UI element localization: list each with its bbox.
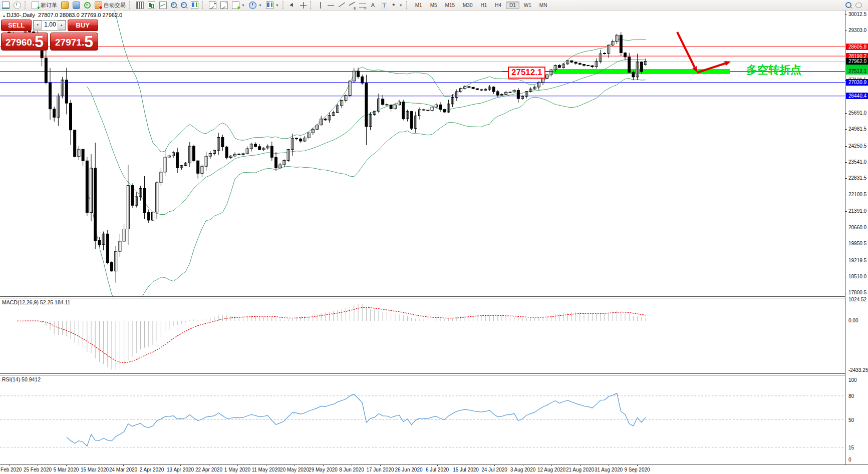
- crosshair-button[interactable]: [298, 1, 309, 10]
- vertical-line-button[interactable]: [315, 1, 326, 10]
- collapse-arrow-icon[interactable]: ▴: [3, 14, 5, 18]
- buy-button[interactable]: BUY: [68, 20, 98, 31]
- axis-tick: [845, 129, 847, 130]
- vertical-line-icon: [317, 2, 324, 9]
- search-icon: [845, 2, 851, 8]
- text-label-button[interactable]: [378, 1, 389, 10]
- timeframe-button-MN[interactable]: MN: [536, 2, 551, 9]
- date-tick: [38, 464, 38, 466]
- periods-button[interactable]: ▼: [247, 1, 264, 10]
- tile-windows-button[interactable]: [189, 1, 200, 10]
- fibonacci-button[interactable]: [357, 1, 368, 10]
- date-label: 15 Jul 2020: [453, 467, 479, 472]
- date-tick: [494, 464, 495, 466]
- price-tick-label: 20660.0: [848, 225, 866, 230]
- date-label: 2 Apr 2020: [140, 467, 164, 472]
- text-button[interactable]: [368, 1, 378, 10]
- date-axis-border: [0, 464, 868, 465]
- channel-button[interactable]: [347, 1, 357, 10]
- new-order-button[interactable]: 新订单: [30, 1, 59, 10]
- trendline-button[interactable]: [336, 1, 347, 10]
- date-tick: [466, 464, 466, 466]
- indicators-icon: [232, 2, 239, 9]
- indicators-button[interactable]: ▼: [230, 1, 247, 10]
- line-chart-button[interactable]: [157, 1, 169, 10]
- toolbar-separator: [310, 1, 314, 9]
- sell-price-tile[interactable]: 27960.5: [1, 33, 48, 51]
- fibonacci-icon: [359, 2, 366, 9]
- arrows-button[interactable]: ▼: [389, 1, 405, 10]
- date-tick: [409, 464, 409, 466]
- date-label: 6 Jul 2020: [426, 467, 449, 472]
- auto-scroll-button[interactable]: [207, 1, 218, 10]
- arrows-icon: [391, 2, 397, 9]
- axis-tick: [845, 178, 847, 179]
- zoom-out-icon: −: [181, 2, 187, 8]
- date-label: 3 Aug 2020: [510, 467, 536, 472]
- price-tick-label: 24981.5: [848, 126, 866, 132]
- timeframe-button-H4[interactable]: H4: [491, 2, 505, 9]
- timeframe-button-M5[interactable]: M5: [427, 2, 441, 9]
- axis-tick: [845, 211, 847, 212]
- volume-increase-button[interactable]: ▲: [58, 21, 66, 30]
- date-label: 11 May 2020: [251, 467, 280, 472]
- date-label: 1 May 2020: [224, 467, 250, 472]
- auto-scroll-icon: [209, 2, 216, 9]
- zoom-out-button[interactable]: −: [179, 1, 189, 10]
- date-label: 24 Mar 2020: [109, 467, 137, 472]
- timeframe-button-W1[interactable]: W1: [520, 2, 535, 9]
- rsi-pane-canvas[interactable]: [0, 375, 845, 464]
- price-chart-canvas[interactable]: [0, 11, 845, 297]
- chart-shift-button[interactable]: [218, 1, 230, 10]
- pane-divider[interactable]: [0, 298, 845, 298]
- pane-divider[interactable]: [0, 373, 845, 374]
- bar-chart-button[interactable]: [134, 1, 146, 10]
- timeframe-button-M1[interactable]: M1: [412, 2, 426, 9]
- pane-divider[interactable]: [0, 296, 845, 297]
- axis-tick: [845, 162, 847, 163]
- price-tick-label: 29303.0: [848, 28, 866, 33]
- bar-chart-icon: [136, 2, 144, 9]
- macd-pane-canvas[interactable]: [0, 298, 845, 373]
- axis-tick: [845, 293, 847, 293]
- auto-trading-button[interactable]: 自动交易: [93, 1, 128, 10]
- cursor-button[interactable]: [287, 1, 298, 10]
- timeframe-button-M30[interactable]: M30: [459, 2, 476, 9]
- community-button[interactable]: [71, 1, 82, 10]
- crosshair-icon: [300, 2, 307, 9]
- macd-axis-label: 1024.52: [848, 297, 866, 302]
- price-badge-27512.1: 27512.1: [846, 68, 868, 75]
- new-order-label: 新订单: [41, 2, 57, 9]
- axis-tick: [845, 146, 847, 147]
- search-button[interactable]: [843, 1, 853, 10]
- cn-annotation-text[interactable]: 多空转折点: [746, 63, 801, 78]
- auto-trading-label: 自动交易: [104, 2, 126, 9]
- date-tick: [437, 464, 438, 466]
- chart-area[interactable]: ▴DJ30-,Daily 27807.0 28083.0 27769.0 279…: [0, 11, 868, 474]
- new-chart-button[interactable]: [0, 1, 12, 10]
- chat-button[interactable]: [853, 1, 864, 10]
- volume-input[interactable]: 1.00: [42, 21, 57, 30]
- signals-button[interactable]: [82, 1, 93, 10]
- text-label-icon: [380, 2, 387, 9]
- price-tick-label: 19219.5: [848, 258, 866, 263]
- date-tick: [66, 464, 67, 466]
- timeframe-button-D1[interactable]: D1: [506, 2, 519, 9]
- profiles-button[interactable]: [12, 1, 23, 10]
- mql5-market-button[interactable]: [59, 1, 71, 10]
- zoom-in-button[interactable]: +: [169, 1, 179, 10]
- candlestick-button[interactable]: [146, 1, 157, 10]
- buy-price-main: 27971: [55, 35, 82, 50]
- date-label: 5 Feb 2020: [0, 467, 22, 472]
- date-tick: [523, 464, 523, 466]
- axis-tick: [845, 113, 847, 114]
- templates-button[interactable]: ▼: [264, 1, 281, 10]
- timeframe-button-M15[interactable]: M15: [442, 2, 458, 9]
- horizontal-line-button[interactable]: [326, 1, 336, 10]
- timeframe-button-H1[interactable]: H1: [477, 2, 490, 9]
- sell-button[interactable]: SELL: [1, 20, 32, 31]
- buy-price-tile[interactable]: 27971.5: [50, 33, 98, 51]
- volume-decrease-button[interactable]: ▼: [34, 21, 42, 30]
- level-annotation-label[interactable]: 27512.1: [508, 67, 545, 79]
- pane-divider[interactable]: [0, 375, 845, 375]
